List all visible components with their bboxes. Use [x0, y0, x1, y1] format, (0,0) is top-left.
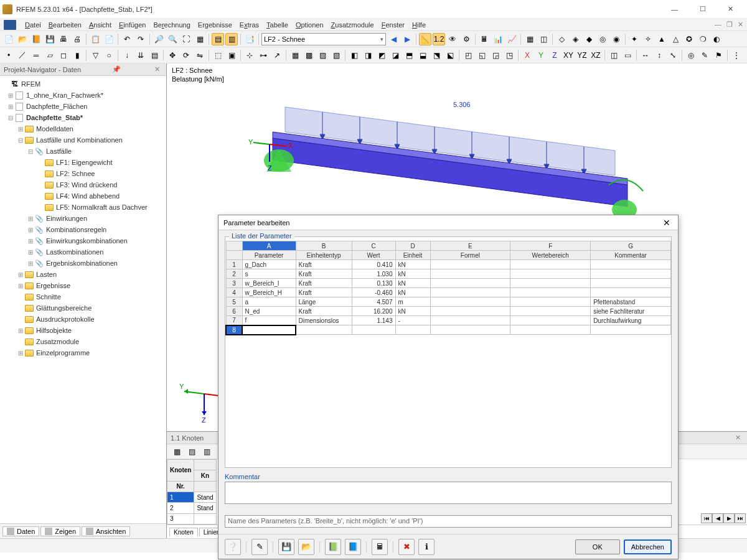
menu-ergebnisse[interactable]: Ergebnisse [194, 20, 236, 30]
view-icon[interactable]: ▦ [194, 33, 206, 45]
ktab-knoten[interactable]: Knoten [169, 528, 198, 536]
workplane-icon[interactable]: ◫ [537, 33, 550, 45]
delete-icon[interactable]: ✖ [398, 539, 415, 555]
view1-icon[interactable]: ◰ [462, 49, 474, 62]
module5-icon[interactable]: ◉ [610, 33, 622, 45]
connect-icon[interactable]: ⊶ [257, 49, 270, 62]
menu-einfuegen[interactable]: Einfügen [115, 20, 149, 30]
misc4-icon[interactable]: ⋮ [730, 49, 743, 62]
grid5-icon[interactable]: ▩ [303, 49, 315, 62]
ktool3-icon[interactable]: ▥ [200, 446, 213, 458]
support-icon[interactable]: ▽ [89, 49, 101, 62]
eye-icon[interactable]: 👁 [446, 33, 459, 45]
maximize-button[interactable]: ☐ [688, 1, 716, 18]
mdi-restore-icon[interactable]: ❐ [726, 21, 733, 29]
axis-xz-icon[interactable]: XZ [590, 49, 602, 62]
save-all-icon[interactable]: 🖶 [57, 33, 70, 45]
load-area-icon[interactable]: ▤ [148, 49, 161, 62]
menu-extras[interactable]: Extras [236, 20, 263, 30]
dialog-close-icon[interactable]: ✕ [660, 218, 673, 228]
mdi-minimize-icon[interactable]: — [715, 21, 721, 29]
select2-icon[interactable]: ▣ [225, 49, 238, 62]
hinge-icon[interactable]: ○ [103, 49, 115, 62]
open-dlg-icon[interactable]: 📂 [298, 539, 314, 555]
view3-icon[interactable]: ◲ [489, 49, 502, 62]
next-loadcase-icon[interactable]: ▶ [401, 33, 413, 45]
dim1-icon[interactable]: ↔ [639, 49, 652, 62]
menu-tabelle[interactable]: Tabelle [263, 20, 292, 30]
help-icon[interactable]: ❔ [225, 539, 241, 555]
table-icon[interactable]: ▤ [212, 33, 224, 45]
menu-berechnung[interactable]: Berechnung [149, 20, 194, 30]
lb-icon[interactable]: ◨ [362, 49, 374, 62]
lf-icon[interactable]: ⬓ [416, 49, 429, 62]
prev-loadcase-icon[interactable]: ◀ [387, 33, 400, 45]
zoom-fit-icon[interactable]: 🔍 [166, 33, 179, 45]
kommentar-input[interactable] [225, 482, 672, 504]
render2-icon[interactable]: ▭ [621, 49, 634, 62]
axis-z-icon[interactable]: Z [548, 49, 561, 62]
le-icon[interactable]: ⬒ [403, 49, 415, 62]
load-node-icon[interactable]: ↓ [121, 49, 133, 62]
lc-icon[interactable]: ◩ [375, 49, 388, 62]
panel-close-icon[interactable]: ✕ [152, 65, 162, 73]
line-icon[interactable]: ／ [16, 49, 29, 62]
excel-import-icon[interactable]: 📘 [345, 539, 361, 555]
tool-f-icon[interactable]: ❍ [697, 33, 709, 45]
misc1-icon[interactable]: ◎ [685, 49, 697, 62]
navtab-ansichten[interactable]: Ansichten [82, 526, 130, 536]
excel-export-icon[interactable]: 📗 [325, 539, 341, 555]
tool-c-icon[interactable]: ▲ [655, 33, 668, 45]
calc-icon[interactable]: 🖩 [372, 539, 388, 555]
search-icon[interactable]: 🔎 [153, 33, 165, 45]
grid-icon[interactable]: ▦ [524, 33, 536, 45]
navtab-daten[interactable]: Daten [2, 526, 39, 536]
module2-icon[interactable]: ◈ [569, 33, 581, 45]
member-icon[interactable]: ═ [30, 49, 42, 62]
tool-b-icon[interactable]: ✧ [642, 33, 654, 45]
axis-yz-icon[interactable]: YZ [576, 49, 588, 62]
print-icon[interactable]: 🖨 [71, 33, 83, 45]
render1-icon[interactable]: ◫ [608, 49, 620, 62]
parameter-table[interactable]: A B C D E F G Parameter Einheitentyp Wer… [225, 241, 671, 335]
zoom-window-icon[interactable]: ⛶ [180, 33, 192, 45]
new-icon[interactable]: 📄 [2, 33, 15, 45]
open-icon[interactable]: 📂 [16, 33, 29, 45]
menu-fenster[interactable]: Fenster [378, 20, 408, 30]
report-icon[interactable]: 📑 [243, 33, 256, 45]
mdi-close-icon[interactable]: ✕ [738, 21, 743, 29]
mirror-icon[interactable]: ⇋ [194, 49, 206, 62]
results-icon[interactable]: 📊 [492, 33, 504, 45]
solid-icon[interactable]: ▮ [71, 49, 83, 62]
copy-icon[interactable]: 📋 [89, 33, 101, 45]
redo-icon[interactable]: ↷ [134, 33, 147, 45]
ld-icon[interactable]: ◪ [389, 49, 402, 62]
result-diagram-icon[interactable]: 📈 [505, 33, 518, 45]
dim2-icon[interactable]: ↕ [653, 49, 665, 62]
tool-e-icon[interactable]: ✪ [683, 33, 695, 45]
la-icon[interactable]: ◧ [348, 49, 360, 62]
lh-icon[interactable]: ⬕ [444, 49, 456, 62]
opening-icon[interactable]: ◻ [57, 49, 70, 62]
move-icon[interactable]: ✥ [166, 49, 179, 62]
node-icon[interactable]: • [2, 49, 15, 62]
tool-g-icon[interactable]: ◐ [710, 33, 723, 45]
calculate-icon[interactable]: 🖩 [478, 33, 491, 45]
axis-x-icon[interactable]: X [521, 49, 533, 62]
misc3-icon[interactable]: ⚑ [712, 49, 725, 62]
surface-icon[interactable]: ▱ [44, 49, 56, 62]
grid4-icon[interactable]: ▦ [289, 49, 301, 62]
menu-bearbeiten[interactable]: Bearbeiten [45, 20, 85, 30]
minimize-button[interactable]: — [660, 1, 688, 18]
menu-optionen[interactable]: Optionen [292, 20, 327, 30]
menu-datei[interactable]: Datei [21, 20, 45, 30]
tool-d-icon[interactable]: △ [669, 33, 682, 45]
module4-icon[interactable]: ◎ [596, 33, 609, 45]
show-loads-icon[interactable]: 📐 [419, 33, 431, 45]
loads-values-icon[interactable]: ⚙ [460, 33, 472, 45]
axis-xy-icon[interactable]: XY [562, 49, 575, 62]
cancel-button[interactable]: Abbrechen [624, 539, 672, 554]
knoten-table[interactable]: Knoten Kn Nr. 1Stand 2Stand 3 [167, 459, 217, 525]
paste-icon[interactable]: 📄 [103, 33, 115, 45]
lg-icon[interactable]: ⬔ [430, 49, 443, 62]
